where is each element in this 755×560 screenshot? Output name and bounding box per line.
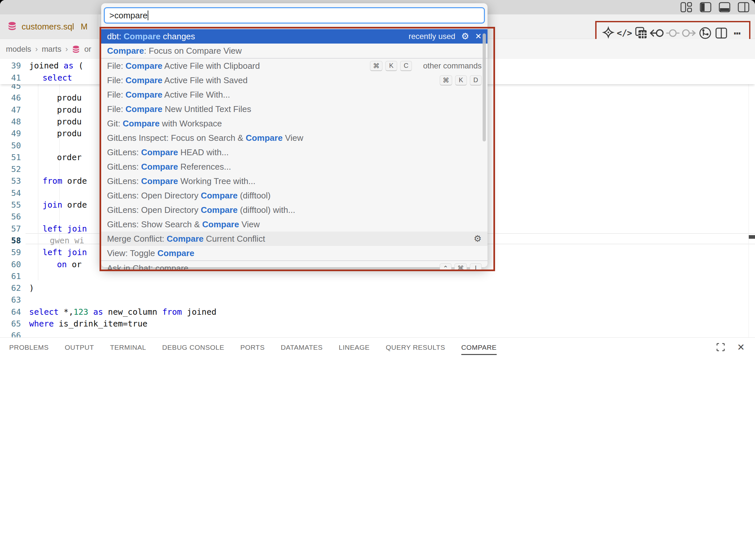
panel-tab-compare[interactable]: COMPARE: [461, 338, 497, 357]
close-panel-icon[interactable]: ✕: [735, 342, 747, 353]
compare-panel: No changes to display Click the button b…: [0, 357, 755, 560]
breadcrumb-item-marts[interactable]: marts: [42, 44, 61, 54]
command-palette-row[interactable]: GitLens: Compare Working Tree with...: [101, 174, 488, 188]
command-palette-row[interactable]: dbt: Compare changesrecently used⚙✕: [101, 29, 488, 43]
code-text: joined as (: [29, 60, 83, 72]
vscode-window: customers.sql M </>⋯ models › marts › or…: [0, 0, 755, 560]
code-text: where is_drink_item=true: [29, 318, 147, 330]
command-label: GitLens: Compare References...: [107, 162, 231, 172]
command-input-value: >compare: [109, 11, 147, 21]
command-label: GitLens: Open Directory Compare (difftoo…: [107, 205, 295, 215]
command-palette-row[interactable]: Git: Compare with Workspace: [101, 116, 488, 131]
command-palette-row[interactable]: View: Toggle Compare: [101, 246, 488, 260]
line-number: 58: [0, 235, 21, 246]
command-palette-row[interactable]: Ask in Chat: compare⌃⌘I: [101, 261, 488, 271]
line-number: 55: [0, 199, 21, 211]
go-back-circle-icon[interactable]: [650, 25, 664, 41]
command-palette-row[interactable]: Merge Conflict: Compare Current Conflict…: [101, 232, 488, 246]
chevron-right-icon: ›: [65, 44, 68, 54]
command-palette-row[interactable]: File: Compare Active File with Saved⌘KD: [101, 73, 488, 87]
query-results-icon[interactable]: [634, 25, 648, 41]
more-actions-icon[interactable]: ⋯: [730, 25, 744, 41]
toggle-secondary-sidebar-icon[interactable]: [737, 2, 750, 13]
recently-used-label: recently used: [409, 32, 455, 41]
command-palette-row[interactable]: File: Compare New Untitled Text Files: [101, 102, 488, 116]
code-line[interactable]: 65where is_drink_item=true: [0, 318, 755, 330]
command-palette-row[interactable]: File: Compare Active File With...: [101, 87, 488, 102]
code-text: order: [57, 151, 82, 163]
maximize-panel-icon[interactable]: [715, 342, 726, 353]
code-text: join orde: [43, 199, 87, 211]
command-label: Ask in Chat: compare: [107, 263, 189, 271]
command-palette-row[interactable]: GitLens Inspect: Focus on Search & Compa…: [101, 131, 488, 145]
dbt-power-user-icon[interactable]: [601, 25, 615, 41]
circle-icon[interactable]: [666, 25, 680, 41]
go-forward-circle-icon[interactable]: [682, 25, 696, 41]
panel-tab-ports[interactable]: PORTS: [240, 338, 265, 357]
database-icon: [7, 21, 17, 32]
code-text: produ: [57, 127, 82, 140]
code-line[interactable]: 61: [0, 270, 755, 282]
breadcrumb-item-models[interactable]: models: [6, 44, 31, 54]
code-line[interactable]: 64select *,123 as new_column from joined: [0, 306, 755, 318]
code-text: on or: [57, 258, 82, 271]
titlebar-layout-controls: [680, 2, 750, 13]
command-label: Compare: Focus on Compare View: [107, 46, 242, 56]
customize-layout-icon[interactable]: [680, 2, 693, 13]
overview-ruler-cursor-mark: [749, 235, 755, 239]
panel-tab-output[interactable]: OUTPUT: [65, 338, 94, 357]
line-number: 39: [0, 60, 21, 72]
toggle-panel-icon[interactable]: [718, 2, 731, 13]
breadcrumb-item-file[interactable]: or: [84, 44, 91, 54]
command-label: View: Toggle Compare: [107, 248, 194, 258]
line-number: 51: [0, 151, 21, 163]
keybinding-chip: ⌘: [370, 61, 382, 71]
close-icon[interactable]: ✕: [475, 33, 482, 40]
command-palette-row[interactable]: GitLens: Compare HEAD with...: [101, 145, 488, 159]
line-number: 59: [0, 246, 21, 258]
panel-tab-debug-console[interactable]: DEBUG CONSOLE: [162, 338, 224, 357]
command-label: dbt: Compare changes: [107, 32, 195, 42]
other-commands-label: other commands: [423, 61, 482, 71]
tab-filename: customers.sql: [22, 22, 74, 32]
command-palette-row[interactable]: GitLens: Show Search & Compare View: [101, 217, 488, 232]
panel-tab-datamates[interactable]: DATAMATES: [281, 338, 323, 357]
tab-modified-badge: M: [81, 22, 87, 32]
command-palette-row[interactable]: GitLens: Compare References...: [101, 159, 488, 174]
code-text: ): [29, 282, 34, 294]
command-input[interactable]: >compare: [104, 7, 485, 24]
line-number: 54: [0, 187, 21, 199]
line-number: 61: [0, 270, 21, 282]
scrollbar-thumb[interactable]: [483, 34, 486, 141]
keybinding-chip: K: [455, 75, 467, 85]
gear-icon[interactable]: ⚙: [474, 235, 482, 243]
command-palette-row[interactable]: Compare: Focus on Compare View: [101, 43, 488, 58]
code-text: produ: [57, 92, 82, 104]
command-palette-row[interactable]: GitLens: Open Directory Compare (difftoo…: [101, 188, 488, 203]
code-line[interactable]: 62): [0, 282, 755, 294]
line-number: 46: [0, 92, 21, 104]
code-text: gwen wi: [50, 235, 84, 246]
line-number: 53: [0, 175, 21, 187]
code-text: select: [43, 72, 72, 84]
keybinding-chip: ⌘: [454, 263, 467, 271]
gear-icon[interactable]: ⚙: [461, 32, 469, 41]
code-text: select *,123 as new_column from joined: [29, 306, 217, 318]
panel-tab-problems[interactable]: PROBLEMS: [9, 338, 49, 357]
code-line[interactable]: 63: [0, 294, 755, 306]
line-number: 50: [0, 140, 21, 152]
build-model-icon[interactable]: [698, 25, 712, 41]
panel-tab-lineage[interactable]: LINEAGE: [339, 338, 370, 357]
command-palette-row[interactable]: GitLens: Open Directory Compare (difftoo…: [101, 203, 488, 217]
command-palette-row[interactable]: File: Compare Active File with Clipboard…: [101, 59, 488, 73]
command-label: GitLens Inspect: Focus on Search & Compa…: [107, 133, 303, 143]
preview-code-icon[interactable]: </>: [617, 25, 632, 41]
toggle-primary-sidebar-icon[interactable]: [699, 2, 712, 13]
tab-customers-sql[interactable]: customers.sql M: [0, 15, 98, 39]
split-editor-icon[interactable]: [714, 25, 729, 41]
line-number: 63: [0, 294, 21, 306]
panel-actions: ✕: [715, 337, 747, 357]
panel-tab-query-results[interactable]: QUERY RESULTS: [386, 338, 445, 357]
keybinding-chip: D: [470, 75, 482, 85]
panel-tab-terminal[interactable]: TERMINAL: [110, 338, 146, 357]
